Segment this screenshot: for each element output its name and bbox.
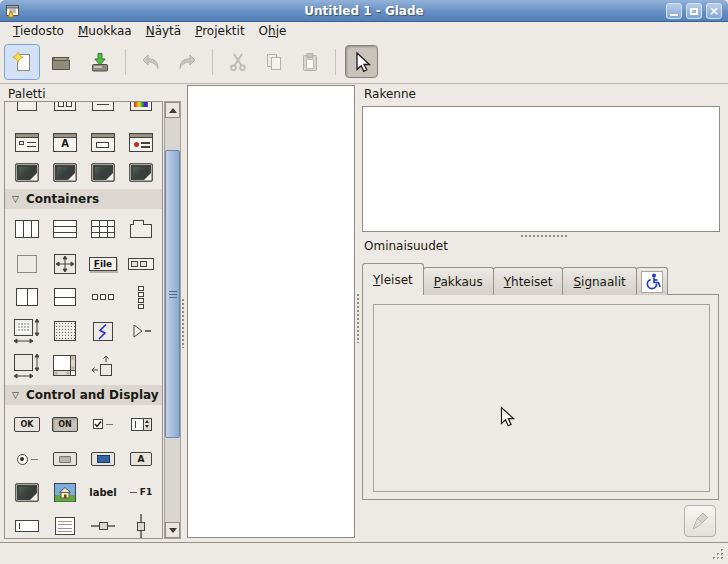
entry-icon <box>15 520 39 532</box>
palette-item-alignment[interactable] <box>84 352 122 380</box>
palette-item-menubar[interactable]: File <box>84 250 122 278</box>
selector-button[interactable] <box>345 45 378 78</box>
tab-yhteiset[interactable]: Yhteiset <box>493 267 564 295</box>
resize-grip[interactable] <box>710 546 726 562</box>
palette-item-list-dialog[interactable] <box>8 128 46 156</box>
palette-item-frame[interactable] <box>8 250 46 278</box>
maximize-button[interactable] <box>686 3 702 19</box>
new-document-icon <box>10 50 34 74</box>
cut-button[interactable] <box>220 44 256 80</box>
menu-projektit[interactable]: Projektit <box>188 23 251 39</box>
palette-item-picture[interactable] <box>46 478 84 506</box>
palette-item-handlebox[interactable] <box>84 317 122 345</box>
palette-item-toplevel-4[interactable] <box>122 158 160 186</box>
scroll-up-button[interactable] <box>165 102 180 118</box>
palette-item-image[interactable] <box>8 478 46 506</box>
menu-muokkaa[interactable]: Muokkaa <box>71 23 139 39</box>
tab-accessibility[interactable] <box>636 267 668 295</box>
palette-item-toolbar[interactable] <box>122 250 160 278</box>
palette-item-fixed[interactable] <box>46 250 84 278</box>
close-button[interactable]: × <box>706 3 722 19</box>
expander-triangle-icon: ▽ <box>12 390 19 400</box>
right-pane-splitter[interactable] <box>356 293 361 343</box>
spinbutton-icon <box>131 418 152 431</box>
palette-item-vpaned[interactable] <box>46 283 84 311</box>
palette-item-fontbutton[interactable]: A <box>122 445 160 473</box>
palette-item-entry-dialog[interactable] <box>84 128 122 156</box>
palette-item-layout[interactable] <box>8 317 46 345</box>
palette-item-separator-dialog[interactable] <box>84 101 122 118</box>
palette-item-font-dialog[interactable]: A <box>46 128 84 156</box>
palette-item-vscale[interactable] <box>122 512 160 539</box>
palette-item-hscale[interactable] <box>84 512 122 539</box>
scroll-down-button[interactable] <box>165 522 180 538</box>
palette-item-notebook[interactable] <box>122 215 160 243</box>
titlebar[interactable]: Untitled 1 - Glade × <box>0 0 728 22</box>
open-folder-icon <box>49 50 73 74</box>
widget-tree-view[interactable] <box>362 106 720 232</box>
maximize-icon <box>690 8 698 15</box>
palette-item-button[interactable]: OK <box>8 410 46 438</box>
properties-tabs: Yleiset Pakkaus Yhteiset Signaalit <box>362 263 667 295</box>
menu-nayta[interactable]: Näytä <box>139 23 189 39</box>
palette-item-togglebutton[interactable]: ON <box>46 410 84 438</box>
palette-item-accellabel[interactable]: F1 <box>122 478 160 506</box>
redo-button[interactable] <box>169 44 205 80</box>
menu-tiedosto[interactable]: Tiedosto <box>6 23 71 39</box>
palette-item-expander[interactable] <box>122 317 160 345</box>
palette-item-table[interactable] <box>84 215 122 243</box>
palette-row: A <box>5 128 162 156</box>
palette-item-toplevel-2[interactable] <box>46 158 84 186</box>
palette-section-control-display[interactable]: ▽ Control and Display <box>5 385 162 405</box>
palette-item-dialog[interactable] <box>46 101 84 118</box>
palette-item-toplevel-3[interactable] <box>84 158 122 186</box>
open-button[interactable] <box>43 44 79 80</box>
palette-item-comboboxentry[interactable] <box>84 445 122 473</box>
horizontal-splitter[interactable] <box>520 234 568 239</box>
tab-yleiset[interactable]: Yleiset <box>362 263 424 295</box>
design-canvas[interactable] <box>187 85 355 538</box>
menu-ohje[interactable]: Ohje <box>252 23 294 39</box>
properties-page <box>362 294 719 500</box>
palette-item-spinbutton[interactable] <box>122 410 160 438</box>
palette-item-checkbutton[interactable] <box>84 410 122 438</box>
palette-item-scrolledwindow[interactable] <box>8 352 46 380</box>
palette-item-colorselection[interactable] <box>122 101 160 118</box>
palette-item-hpaned[interactable] <box>8 283 46 311</box>
house-landscape-icon <box>54 483 76 502</box>
palette-item-message-dialog[interactable] <box>122 128 160 156</box>
palette-item-label[interactable]: label <box>84 478 122 506</box>
copy-button[interactable] <box>256 44 292 80</box>
undo-button[interactable] <box>133 44 169 80</box>
paste-button[interactable] <box>292 44 328 80</box>
palette-item-radiobutton[interactable] <box>8 445 46 473</box>
tab-pakkaus[interactable]: Pakkaus <box>423 267 494 295</box>
palette-item-window[interactable] <box>8 101 46 118</box>
save-button[interactable] <box>82 44 118 80</box>
reset-properties-button[interactable] <box>684 505 716 537</box>
save-icon <box>88 50 112 74</box>
palette-item-hbox[interactable] <box>8 215 46 243</box>
tab-signaalit[interactable]: Signaalit <box>562 267 636 295</box>
properties-content[interactable] <box>373 304 710 492</box>
glade-main-window: Untitled 1 - Glade × Tiedosto Muokkaa Nä… <box>0 0 728 564</box>
arrow-up-icon <box>169 108 177 113</box>
palette-item-viewport[interactable] <box>46 352 84 380</box>
minimize-button[interactable] <box>666 3 682 19</box>
new-button[interactable] <box>4 44 40 80</box>
palette-item-drawingarea[interactable] <box>46 317 84 345</box>
palette-item-toplevel-1[interactable] <box>8 158 46 186</box>
palette-scrollbar[interactable] <box>164 101 181 539</box>
palette-item-entry[interactable] <box>8 512 46 539</box>
toolbar-widget-icon <box>128 258 154 270</box>
scrollbar-thumb[interactable] <box>165 150 180 438</box>
palette-item-textview[interactable] <box>46 512 84 539</box>
font-dialog-icon: A <box>53 133 77 152</box>
palette-item-combobox[interactable] <box>46 445 84 473</box>
left-pane-splitter[interactable] <box>181 298 186 348</box>
palette-section-containers[interactable]: ▽ Containers <box>5 189 162 209</box>
palette-item-vbox[interactable] <box>46 215 84 243</box>
palette-item-hbuttonbox[interactable] <box>84 283 122 311</box>
expander-triangle-icon: ▽ <box>12 194 19 204</box>
palette-item-vbuttonbox[interactable] <box>122 283 160 311</box>
